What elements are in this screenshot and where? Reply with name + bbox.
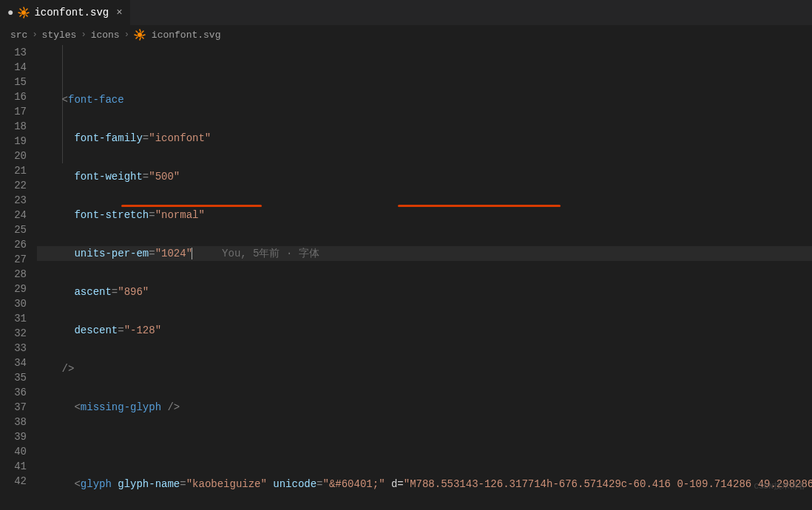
chevron-right-icon: › [32, 30, 37, 40]
svg-point-1 [138, 33, 142, 37]
line-number: 16 [0, 89, 37, 104]
line-number: 13 [0, 45, 37, 60]
code-line: descent="-128" [37, 323, 812, 338]
highlight-underline [121, 205, 262, 207]
line-number: 30 [0, 296, 37, 311]
line-number: 39 [0, 429, 37, 444]
svg-point-0 [21, 10, 26, 15]
line-number: 33 [0, 341, 37, 356]
line-number: 28 [0, 267, 37, 282]
code-line: <glyph glyph-name="kaobeiguize" unicode=… [37, 477, 812, 492]
line-number: 26 [0, 237, 37, 252]
line-number: 34 [0, 356, 37, 370]
line-number: 19 [0, 134, 37, 149]
breadcrumb-segment[interactable]: icons [91, 30, 120, 41]
breadcrumb-segment[interactable]: styles [42, 30, 77, 41]
code-line: <missing-glyph /> [37, 400, 812, 415]
code-line: font-weight="500" [37, 169, 812, 184]
line-number: 14 [0, 60, 37, 75]
svg-file-icon [134, 29, 146, 41]
tab-iconfont[interactable]: ● iconfont.svg × [0, 0, 130, 25]
modified-indicator: ● [7, 7, 13, 18]
line-number: 20 [0, 149, 37, 163]
line-number: 17 [0, 104, 37, 119]
line-number: 42 [0, 474, 37, 489]
blame-annotation: You, 5年前 · 字体 [222, 248, 319, 259]
code-line: font-stretch="normal" [37, 208, 812, 222]
code-line: ascent="896" [37, 285, 812, 299]
line-number: 21 [0, 163, 37, 178]
line-number: 29 [0, 282, 37, 296]
line-number: 35 [0, 370, 37, 385]
breadcrumb[interactable]: src › styles › icons › iconfont.svg [0, 26, 812, 44]
text-cursor [192, 248, 192, 259]
tab-bar: ● iconfont.svg × [0, 0, 812, 26]
close-icon[interactable]: × [116, 7, 122, 18]
line-number: 15 [0, 75, 37, 89]
breadcrumb-segment[interactable]: src [10, 30, 27, 41]
line-number: 32 [0, 326, 37, 341]
line-number: 41 [0, 459, 37, 474]
chevron-right-icon: › [124, 30, 129, 40]
line-number: 18 [0, 119, 37, 134]
watermark: CSDN技术博客 [754, 480, 806, 492]
code-line [37, 438, 812, 453]
line-number: 27 [0, 252, 37, 267]
line-number: 40 [0, 444, 37, 459]
line-number: 37 [0, 400, 37, 415]
chevron-right-icon: › [81, 30, 86, 40]
line-number: 25 [0, 222, 37, 237]
line-number-gutter: 1314151617181920212223242526272829303132… [0, 44, 37, 509]
svg-file-icon [18, 7, 30, 18]
breadcrumb-segment[interactable]: iconfont.svg [152, 30, 221, 41]
code-line: <font-face [37, 92, 812, 107]
line-number: 23 [0, 193, 37, 208]
tab-label: iconfont.svg [34, 7, 109, 18]
line-number: 36 [0, 385, 37, 400]
line-number: 22 [0, 178, 37, 193]
code-area[interactable]: <font-face font-family="iconfont" font-w… [37, 44, 812, 509]
code-line-active: units-per-em="1024"You, 5年前 · 字体 [37, 246, 812, 261]
code-line: /> [37, 361, 812, 376]
code-line: font-family="iconfont" [37, 131, 812, 146]
line-number: 38 [0, 415, 37, 429]
code-editor[interactable]: 1314151617181920212223242526272829303132… [0, 44, 812, 509]
line-number: 31 [0, 311, 37, 326]
highlight-underline [398, 205, 561, 207]
line-number: 24 [0, 208, 37, 222]
